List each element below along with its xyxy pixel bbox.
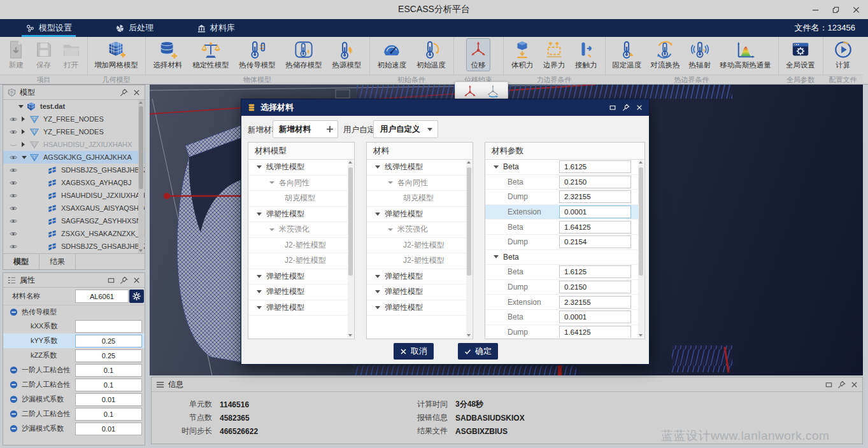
expand-arrow[interactable] — [22, 156, 29, 159]
close-icon[interactable] — [132, 88, 141, 97]
toolbar-button[interactable]: 热源模型 — [330, 39, 363, 71]
new-material-input[interactable] — [279, 125, 326, 134]
tree-root-item[interactable]: test.dat — [3, 100, 145, 113]
material-param-row[interactable]: Beta — [485, 175, 638, 190]
material-model-item[interactable]: 线弹性模型 — [367, 160, 466, 176]
tree-item[interactable]: SDHSBJZS_GHSABJHB_ZAHU — [3, 240, 145, 253]
material-param-row[interactable]: Dump — [485, 280, 638, 295]
property-value-input[interactable] — [75, 379, 142, 391]
scroll-thumb[interactable] — [467, 167, 471, 276]
material-name-input[interactable] — [75, 290, 129, 303]
tree-item[interactable]: XAGBSXG_AYHAQBJ — [3, 176, 145, 189]
pin-icon[interactable] — [120, 88, 128, 97]
tree-scrollbar[interactable] — [138, 100, 144, 253]
restore-icon[interactable] — [825, 381, 833, 389]
material-model-item[interactable]: 胡克模型 — [367, 191, 466, 207]
tree-item[interactable]: AGSGKJKG_GJHXAJKHXA — [3, 151, 145, 164]
property-row[interactable]: 二阶人工粘合性 — [3, 377, 145, 392]
collapse-minus-icon[interactable] — [10, 381, 18, 389]
material-param-row[interactable]: Beta — [485, 250, 638, 265]
material-model-item[interactable]: J2-塑性模型 — [248, 238, 348, 254]
visibility-eye-icon[interactable] — [8, 230, 18, 238]
close-icon[interactable] — [850, 381, 858, 389]
material-model-item[interactable]: J2-塑性模型 — [248, 253, 348, 269]
collapse-minus-icon[interactable] — [10, 424, 18, 433]
visibility-eye-icon[interactable] — [8, 179, 18, 187]
material-model-item[interactable]: 胡克模型 — [248, 191, 348, 207]
toolbar-button[interactable]: 移动高斯热通量 — [718, 39, 773, 71]
dialog-titlebar[interactable]: 选择材料 — [241, 99, 649, 116]
scroll-up-icon[interactable] — [139, 100, 143, 105]
scroll-down-icon[interactable] — [639, 333, 643, 338]
rotation-option-icon[interactable] — [485, 84, 501, 99]
material-model-item[interactable]: 线弹性模型 — [248, 160, 348, 176]
material-param-input[interactable] — [559, 296, 631, 309]
material-param-input[interactable] — [559, 326, 631, 338]
displacement-option-icon[interactable] — [462, 84, 478, 99]
visibility-eye-icon[interactable] — [8, 153, 18, 162]
property-row[interactable]: 沙漏模式系数 — [3, 392, 145, 407]
panel-tab[interactable]: 模型 — [3, 254, 39, 269]
tree-item[interactable]: ZSXGX_HSAKAZNZXK_AHASX — [3, 227, 145, 240]
property-value-input[interactable] — [75, 320, 142, 333]
material-model-item[interactable]: 米茨强化 — [248, 222, 348, 238]
material-param-input[interactable] — [559, 221, 631, 234]
toolbar-button[interactable]: 新建 — [4, 39, 27, 71]
scroll-down-icon[interactable] — [139, 248, 143, 253]
visibility-eye-icon[interactable] — [8, 204, 18, 213]
pin-icon[interactable] — [837, 381, 846, 389]
property-row[interactable]: kYY系数 — [3, 333, 145, 348]
toolbar-button[interactable]: 热传导模型 — [237, 39, 278, 71]
material-param-row[interactable]: Beta — [485, 220, 638, 235]
material-param-input[interactable] — [559, 265, 631, 278]
property-value-input[interactable] — [75, 423, 142, 435]
toolbar-button[interactable]: 保存 — [32, 39, 55, 71]
toolbar-button[interactable]: 选择材料 — [152, 39, 185, 71]
column-scrollbar[interactable] — [466, 160, 472, 338]
restore-icon[interactable] — [107, 276, 115, 284]
scroll-up-icon[interactable] — [348, 160, 353, 165]
user-defined-select[interactable]: 用户自定义 — [373, 120, 438, 138]
material-param-input[interactable] — [559, 206, 631, 218]
close-icon[interactable] — [636, 104, 643, 111]
toolbar-button[interactable]: 全局设置 — [784, 39, 817, 71]
toolbar-button[interactable]: 打开 — [60, 39, 83, 71]
material-param-input[interactable] — [559, 281, 631, 293]
toolbar-button[interactable]: 增加网格模型 — [92, 39, 140, 71]
scroll-up-icon[interactable] — [639, 160, 643, 165]
scroll-down-icon[interactable] — [467, 333, 471, 338]
visibility-eye-icon[interactable] — [8, 192, 18, 200]
toolbar-button[interactable]: 位移 — [467, 39, 490, 71]
material-model-item[interactable]: 米茨强化 — [367, 222, 466, 238]
toolbar-button[interactable]: 计算 — [832, 39, 855, 71]
material-param-input[interactable] — [559, 311, 631, 323]
panel-tab[interactable]: 结果 — [39, 254, 76, 269]
material-model-item[interactable]: J2-塑性模型 — [367, 253, 466, 269]
menu-tab[interactable]: 材料库 — [190, 19, 241, 37]
expand-arrow[interactable] — [18, 105, 26, 108]
tree-item[interactable]: SDHSBJZS_GHSABJHB_ZAHU — [3, 164, 145, 176]
close-icon[interactable] — [132, 276, 141, 284]
expand-arrow[interactable] — [22, 116, 29, 122]
column-scrollbar[interactable] — [638, 160, 644, 338]
tree-item[interactable]: YZ_FREE_NODES — [3, 113, 145, 125]
visibility-eye-icon[interactable] — [8, 242, 18, 251]
cancel-button[interactable]: 取消 — [394, 343, 434, 360]
collapse-minus-icon[interactable] — [10, 308, 18, 316]
tree-item[interactable]: YZ_FREE_NODES — [3, 125, 145, 138]
property-row[interactable]: kXX系数 — [3, 319, 145, 333]
scroll-down-icon[interactable] — [348, 333, 353, 338]
material-param-row[interactable]: Extension — [485, 295, 638, 310]
visibility-eye-icon[interactable] — [8, 128, 18, 136]
menu-tab[interactable]: 后处理 — [109, 19, 160, 37]
add-material-button[interactable] — [325, 125, 334, 134]
toolbar-button[interactable]: 初始速度 — [375, 39, 408, 71]
expand-arrow[interactable] — [22, 142, 29, 147]
scroll-up-icon[interactable] — [467, 160, 471, 165]
material-model-item[interactable]: 弹塑性模型 — [367, 269, 466, 285]
property-value-input[interactable] — [75, 335, 142, 347]
tree-item[interactable]: XSAXGAUS_AISYAQSH_ASHX — [3, 202, 145, 214]
property-row[interactable]: kZZ系数 — [3, 348, 145, 363]
toolbar-button[interactable]: 热辐射 — [687, 39, 713, 71]
material-param-row[interactable]: Beta — [485, 160, 638, 175]
